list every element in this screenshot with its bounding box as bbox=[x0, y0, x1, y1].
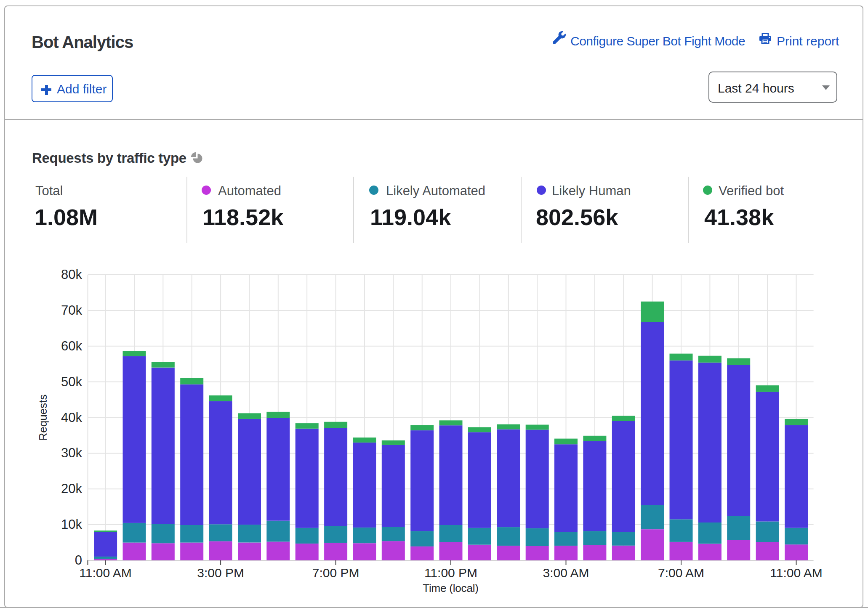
svg-text:11:00 PM: 11:00 PM bbox=[424, 566, 477, 580]
svg-text:11:00 AM: 11:00 AM bbox=[770, 566, 823, 580]
svg-text:3:00 AM: 3:00 AM bbox=[543, 566, 589, 580]
svg-text:7:00 PM: 7:00 PM bbox=[312, 566, 359, 580]
svg-text:11:00 AM: 11:00 AM bbox=[79, 566, 132, 580]
svg-text:60k: 60k bbox=[61, 339, 82, 353]
svg-text:Time (local): Time (local) bbox=[423, 582, 478, 594]
svg-text:30k: 30k bbox=[61, 446, 82, 460]
svg-text:20k: 20k bbox=[61, 481, 82, 496]
svg-text:7:00 AM: 7:00 AM bbox=[658, 566, 704, 580]
svg-text:Requests: Requests bbox=[37, 395, 49, 441]
svg-text:0: 0 bbox=[75, 553, 82, 568]
svg-text:3:00 PM: 3:00 PM bbox=[197, 566, 244, 580]
svg-text:80k: 80k bbox=[61, 267, 82, 282]
svg-text:50k: 50k bbox=[61, 374, 82, 389]
svg-text:70k: 70k bbox=[61, 303, 82, 318]
svg-text:10k: 10k bbox=[61, 517, 82, 532]
svg-text:40k: 40k bbox=[61, 410, 82, 425]
